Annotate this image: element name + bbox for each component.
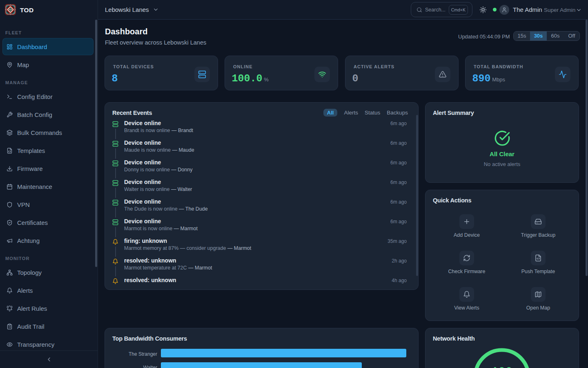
svg-text:100: 100	[491, 366, 512, 368]
